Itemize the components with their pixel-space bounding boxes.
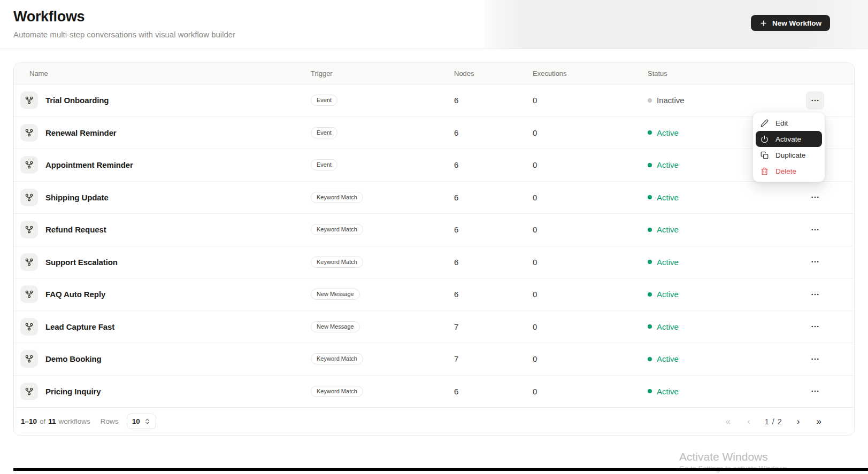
workflow-icon — [20, 124, 38, 142]
trigger-badge: Keyword Match — [311, 192, 363, 203]
status-dot-icon — [648, 130, 652, 135]
trigger-cell: New Message — [311, 289, 454, 300]
trash-icon — [761, 167, 769, 175]
column-header-name: Name — [14, 69, 311, 77]
table-header-row: Name Trigger Nodes Executions Status — [14, 63, 854, 84]
status-dot-icon — [648, 98, 652, 103]
nodes-value: 6 — [454, 96, 533, 105]
actions-cell — [801, 221, 854, 239]
row-actions-button[interactable] — [806, 188, 824, 206]
prev-page-button[interactable]: ‹ — [745, 415, 752, 428]
status-badge: Active — [648, 387, 801, 396]
of-label: of — [40, 417, 45, 425]
table-body: Trial Onboarding Event 6 0 Inactive Rene… — [14, 84, 854, 408]
table-row[interactable]: Demo Booking Keyword Match 7 0 Active — [14, 343, 854, 376]
pagination-controls: « ‹ 1 / 2 › » — [724, 415, 824, 428]
actions-cell — [801, 350, 854, 368]
menu-item-label: Duplicate — [775, 151, 805, 159]
table-row[interactable]: Lead Capture Fast New Message 7 0 Active — [14, 311, 854, 344]
menu-item-delete[interactable]: Delete — [756, 163, 822, 179]
workflow-icon — [20, 350, 38, 368]
plus-icon — [759, 19, 767, 27]
workflows-table: Name Trigger Nodes Executions Status Tri… — [13, 63, 855, 436]
total-value: 11 — [48, 417, 56, 425]
status-label: Active — [657, 193, 679, 202]
workflow-icon — [20, 285, 38, 303]
row-actions-button[interactable] — [806, 317, 824, 336]
page-title: Workflows — [13, 9, 855, 25]
table-row[interactable]: Trial Onboarding Event 6 0 Inactive — [14, 84, 854, 117]
name-cell: Renewal Reminder — [14, 124, 311, 142]
table-row[interactable]: Support Escalation Keyword Match 6 0 Act… — [14, 246, 854, 279]
trigger-badge: Event — [311, 95, 337, 106]
status-label: Active — [657, 354, 679, 363]
workflow-icon — [20, 189, 38, 206]
trigger-cell: Keyword Match — [311, 192, 454, 203]
nodes-value: 6 — [454, 290, 533, 299]
column-header-nodes: Nodes — [454, 69, 533, 77]
trigger-badge: Event — [311, 159, 337, 170]
trigger-cell: Event — [311, 95, 454, 106]
rows-per-page-label: Rows — [101, 417, 119, 425]
status-dot-icon — [648, 195, 652, 199]
status-label: Active — [657, 258, 679, 267]
row-actions-button[interactable] — [806, 382, 824, 400]
status-badge: Active — [648, 322, 801, 331]
executions-value: 0 — [533, 96, 648, 105]
executions-value: 0 — [533, 225, 648, 234]
trigger-badge: Event — [311, 127, 337, 138]
menu-item-label: Edit — [775, 119, 788, 127]
row-actions-button[interactable] — [806, 253, 824, 271]
name-cell: Pricing Inquiry — [14, 383, 311, 400]
status-badge: Active — [648, 225, 801, 234]
status-badge: Active — [648, 258, 801, 267]
row-actions-button[interactable] — [806, 285, 824, 304]
workflow-name: Refund Request — [45, 225, 106, 234]
executions-value: 0 — [533, 290, 648, 299]
workflow-name: Support Escalation — [45, 258, 118, 267]
table-row[interactable]: FAQ Auto Reply New Message 6 0 Active — [14, 278, 854, 311]
executions-value: 0 — [533, 193, 648, 202]
workflow-icon — [20, 318, 38, 336]
row-actions-button[interactable] — [806, 91, 824, 110]
new-workflow-button[interactable]: New Workflow — [751, 15, 830, 31]
next-page-button[interactable]: › — [795, 415, 802, 428]
last-page-button[interactable]: » — [815, 415, 824, 428]
status-label: Active — [657, 128, 679, 137]
workflow-name: Trial Onboarding — [45, 96, 109, 105]
trigger-cell: Event — [311, 127, 454, 138]
workflow-icon — [20, 253, 38, 271]
windows-watermark-title: Activate Windows — [679, 450, 768, 463]
table-row[interactable]: Appointment Reminder Event 6 0 Active — [14, 149, 854, 182]
actions-cell — [801, 253, 854, 271]
rows-per-page-select[interactable]: 10 — [127, 414, 156, 429]
row-actions-button[interactable] — [806, 221, 824, 239]
table-row[interactable]: Pricing Inquiry Keyword Match 6 0 Active — [14, 376, 854, 408]
nodes-value: 7 — [454, 322, 533, 331]
table-row[interactable]: Refund Request Keyword Match 6 0 Active — [14, 214, 854, 246]
bottom-screen-bar — [13, 468, 868, 471]
table-row[interactable]: Shipping Update Keyword Match 6 0 Active — [14, 182, 854, 214]
trigger-cell: Keyword Match — [311, 386, 454, 397]
status-dot-icon — [648, 324, 652, 329]
status-badge: Active — [648, 354, 801, 363]
actions-cell — [801, 382, 854, 400]
workflow-icon — [20, 221, 38, 238]
column-header-executions: Executions — [533, 69, 648, 77]
menu-item-edit[interactable]: Edit — [756, 115, 822, 131]
row-actions-button[interactable] — [806, 350, 824, 368]
actions-cell — [801, 317, 854, 336]
menu-item-label: Delete — [775, 167, 796, 175]
menu-item-activate[interactable]: Activate — [756, 131, 822, 147]
menu-item-duplicate[interactable]: Duplicate — [756, 147, 822, 163]
table-row[interactable]: Renewal Reminder Event 6 0 Active — [14, 117, 854, 150]
menu-item-label: Activate — [775, 135, 801, 143]
status-dot-icon — [648, 260, 652, 264]
name-cell: Appointment Reminder — [14, 156, 311, 174]
status-dot-icon — [648, 292, 652, 297]
rows-per-page-value: 10 — [132, 417, 140, 425]
status-badge: Active — [648, 290, 801, 299]
workflow-name: Pricing Inquiry — [45, 387, 101, 396]
first-page-button[interactable]: « — [724, 415, 733, 428]
name-cell: FAQ Auto Reply — [14, 285, 311, 303]
